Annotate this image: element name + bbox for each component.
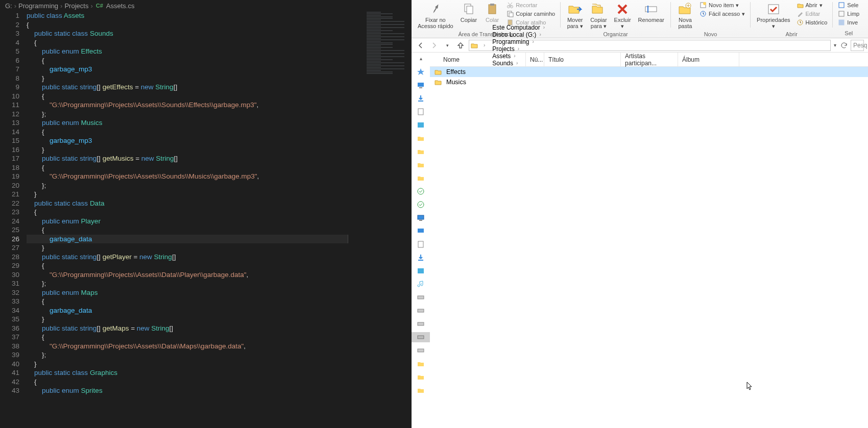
folder-icon[interactable] xyxy=(415,160,426,170)
folder-icon[interactable] xyxy=(415,146,426,157)
properties-button[interactable]: Propriedades▾ xyxy=(754,1,793,30)
edit-button[interactable]: Editar xyxy=(794,10,830,18)
code-line[interactable]: }; xyxy=(27,181,412,190)
crumb[interactable]: Programming xyxy=(18,2,58,10)
clear-selection-button[interactable]: Limp xyxy=(836,10,861,18)
line-number[interactable]: 43 xyxy=(0,386,19,395)
code-line[interactable]: { xyxy=(27,38,412,47)
code-line[interactable]: { xyxy=(27,20,412,30)
history-button[interactable]: Histórico xyxy=(794,18,830,27)
music-icon[interactable] xyxy=(415,279,426,289)
line-number[interactable]: 4 xyxy=(0,38,19,47)
refresh-button[interactable] xyxy=(840,42,848,49)
paste-button[interactable]: Colar xyxy=(481,1,503,24)
code-line[interactable]: garbage_mp3 xyxy=(27,136,412,145)
rename-button[interactable]: Renomear xyxy=(635,1,667,24)
column-header[interactable]: Artistas participan... xyxy=(621,53,678,66)
easy-access-button[interactable]: Fácil acesso ▾ xyxy=(697,10,747,18)
folder-row[interactable]: Effects xyxy=(430,67,868,77)
folder-icon[interactable] xyxy=(415,385,426,395)
line-number[interactable]: 25 xyxy=(0,225,19,235)
line-number[interactable]: 26 xyxy=(0,235,19,244)
code-content[interactable]: public class Assets{ public static class… xyxy=(27,11,412,428)
code-line[interactable]: public enum Player xyxy=(27,217,412,226)
folder-icon[interactable] xyxy=(415,359,426,369)
up-button[interactable] xyxy=(455,40,466,51)
breadcrumb-segment[interactable]: Disco Local (G:)› xyxy=(490,31,550,38)
code-line[interactable]: } xyxy=(27,360,412,369)
code-line[interactable]: garbage_data xyxy=(27,235,348,244)
code-line[interactable]: public enum Sprites xyxy=(27,386,412,395)
code-line[interactable]: } xyxy=(27,190,412,199)
drive-icon[interactable] xyxy=(415,319,426,329)
pictures-icon[interactable] xyxy=(415,120,426,130)
line-number[interactable]: 1 xyxy=(0,11,19,20)
line-number[interactable]: 22 xyxy=(0,199,19,208)
code-line[interactable]: public static string[] getMaps = new Str… xyxy=(27,324,412,333)
recent-locations-button[interactable]: ▾ xyxy=(442,40,452,51)
folder-row[interactable]: Musics xyxy=(430,77,868,87)
line-number[interactable]: 31 xyxy=(0,279,19,288)
new-folder-button[interactable]: Novapasta xyxy=(674,1,696,30)
code-line[interactable]: } xyxy=(27,243,412,253)
onedrive-sync-icon[interactable] xyxy=(415,186,426,196)
line-number[interactable]: 39 xyxy=(0,350,19,360)
crumb-file[interactable]: Assets.cs xyxy=(106,2,135,10)
line-number[interactable]: 24 xyxy=(0,217,19,226)
vscode-code-area[interactable]: 1234567891011121314151617181920212223242… xyxy=(0,11,412,428)
line-number[interactable]: 9 xyxy=(0,83,19,92)
code-line[interactable]: public class Assets xyxy=(27,11,412,20)
quick-access-star-icon[interactable] xyxy=(415,67,426,77)
nav-tree-collapsed[interactable]: ▴ xyxy=(412,53,430,428)
move-to-button[interactable]: Moverpara ▾ xyxy=(564,1,586,30)
pin-quick-access-button[interactable]: Fixar noAcesso rápido xyxy=(415,1,456,30)
line-number[interactable]: 13 xyxy=(0,118,19,128)
line-number[interactable]: 23 xyxy=(0,208,19,217)
code-line[interactable]: public enum Musics xyxy=(27,118,412,128)
scroll-up-icon[interactable]: ▴ xyxy=(420,56,422,64)
code-line[interactable]: public static string[] getEffects = new … xyxy=(27,83,412,92)
column-header[interactable]: Nú... xyxy=(526,53,544,66)
line-number[interactable]: 5 xyxy=(0,47,19,56)
code-line[interactable]: garbage_mp3 xyxy=(27,65,412,74)
code-line[interactable]: { xyxy=(27,163,412,172)
new-item-button[interactable]: Novo item ▾ xyxy=(697,1,747,9)
this-pc-icon[interactable] xyxy=(415,213,426,223)
code-line[interactable]: { xyxy=(27,208,412,217)
column-header[interactable]: Título xyxy=(544,53,621,66)
line-number[interactable]: 2 xyxy=(0,20,19,30)
pictures-icon[interactable] xyxy=(415,266,426,276)
code-line[interactable]: { xyxy=(27,225,412,235)
desktop-icon[interactable] xyxy=(415,226,426,236)
addr-dropdown-button[interactable]: ▾ xyxy=(834,42,836,48)
code-line[interactable]: public static class Data xyxy=(27,199,412,208)
delete-button[interactable]: Excluir▾ xyxy=(611,1,634,30)
drive-icon[interactable] xyxy=(415,292,426,303)
code-line[interactable]: public static string[] getPlayer = new S… xyxy=(27,253,412,262)
line-number-gutter[interactable]: 1234567891011121314151617181920212223242… xyxy=(0,11,27,428)
drive-icon[interactable] xyxy=(412,332,430,342)
forward-button[interactable] xyxy=(429,40,439,51)
code-line[interactable]: public enum Effects xyxy=(27,47,412,56)
line-number[interactable]: 3 xyxy=(0,29,19,38)
folder-icon[interactable] xyxy=(415,372,426,382)
line-number[interactable]: 35 xyxy=(0,315,19,324)
code-line[interactable]: }; xyxy=(27,279,412,288)
search-input[interactable]: Pesq xyxy=(851,40,864,51)
code-line[interactable]: { xyxy=(27,297,412,306)
line-number[interactable]: 36 xyxy=(0,324,19,333)
back-button[interactable] xyxy=(416,40,426,51)
code-line[interactable]: } xyxy=(27,145,412,155)
line-number[interactable]: 40 xyxy=(0,360,19,369)
code-line[interactable]: } xyxy=(27,315,412,324)
line-number[interactable]: 17 xyxy=(0,154,19,163)
breadcrumb-path[interactable]: › Este Computador›Disco Local (G:)›Progr… xyxy=(469,40,831,51)
folder-icon[interactable] xyxy=(415,133,426,143)
file-rows[interactable]: EffectsMusics xyxy=(430,67,868,428)
downloads-icon[interactable] xyxy=(415,253,426,263)
onedrive-sync-icon[interactable] xyxy=(415,199,426,210)
open-button[interactable]: Abrir ▾ xyxy=(794,1,830,9)
line-number[interactable]: 20 xyxy=(0,181,19,190)
line-number[interactable]: 18 xyxy=(0,163,19,172)
code-line[interactable]: { xyxy=(27,261,412,270)
